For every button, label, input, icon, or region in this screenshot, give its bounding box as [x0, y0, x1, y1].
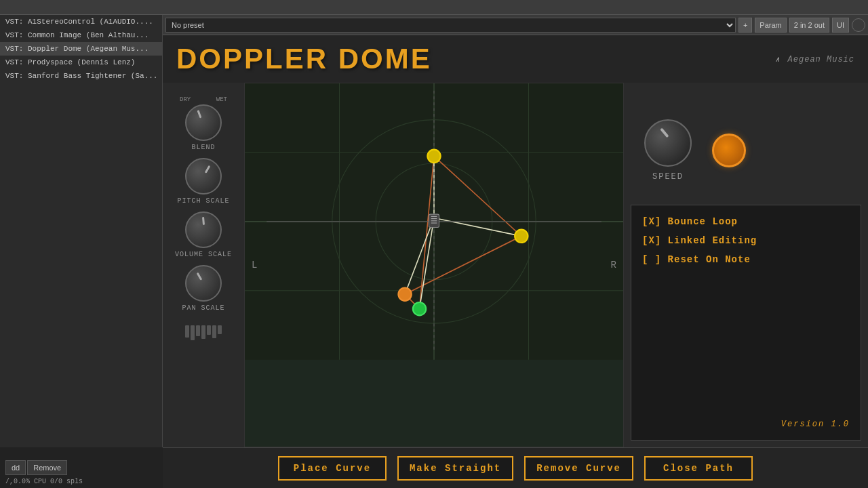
bottom-bar: Place Curve Make Straight Remove Curve C… [163, 447, 868, 488]
refresh-icon[interactable] [852, 18, 865, 32]
level-bars [185, 325, 222, 340]
sidebar-item-4[interactable]: VST: Sanford Bass Tightener (Sa... [0, 69, 162, 83]
option-linked-editing[interactable]: [X] Linked Editing [642, 235, 850, 246]
dry-label: DRY [180, 96, 191, 103]
sidebar-item-2[interactable]: VST: Doppler Dome (Aegean Mus... [0, 42, 162, 56]
svg-point-27 [515, 230, 528, 243]
blend-label: BLEND [191, 144, 215, 151]
version-text: Version 1.0 [781, 420, 850, 429]
knobs-panel: DRY WET BLEND PITCH SCALE VOLUME SCALE P… [163, 83, 244, 447]
option-bounce-loop[interactable]: [X] Bounce Loop [642, 216, 850, 227]
cpu-text: /,0.0% CPU 0/0 spls [5, 478, 157, 485]
plugin-area: DOPPLER DOME ∧ Aegean Music DRY WET BLEN… [163, 35, 868, 447]
svg-point-28 [398, 288, 411, 301]
pitch-label: PITCH SCALE [177, 197, 229, 205]
close-path-button[interactable]: Close Path [644, 456, 753, 481]
options-panel: [X] Bounce Loop [X] Linked Editing [ ] R… [631, 205, 861, 441]
sidebar-item-1[interactable]: VST: Common Image (Ben Althau... [0, 28, 162, 42]
canvas-label-l: L [252, 260, 257, 270]
param-button[interactable]: Param [755, 18, 786, 33]
svg-point-26 [427, 150, 440, 163]
preset-add-button[interactable]: + [738, 18, 752, 33]
make-straight-button[interactable]: Make Straight [397, 456, 513, 481]
speed-knob-wrap: SPEED [644, 119, 692, 182]
blend-group: DRY WET BLEND [180, 96, 227, 151]
sidebar-item-3[interactable]: VST: Prodyspace (Dennis Lenz) [0, 56, 162, 69]
status-bar: dd Remove /,0.0% CPU 0/0 spls [0, 447, 163, 488]
option-reset-on-note[interactable]: [ ] Reset On Note [642, 254, 850, 265]
sidebar-item-0[interactable]: VST: A1StereoControl (A1AUDIO.... [0, 15, 162, 28]
pitch-knob[interactable] [185, 158, 222, 195]
pan-label: PAN SCALE [182, 304, 224, 312]
ui-button[interactable]: UI [832, 18, 849, 33]
top-bar [0, 0, 868, 15]
blend-knob[interactable] [185, 104, 222, 141]
remove-button[interactable]: Remove [27, 460, 67, 475]
speed-area: SPEED [624, 96, 868, 205]
remove-curve-button[interactable]: Remove Curve [524, 456, 633, 481]
volume-knob[interactable] [185, 211, 222, 248]
brand-logo: ∧ Aegean Music [775, 53, 854, 65]
preset-select[interactable]: No preset [165, 18, 736, 33]
routing-button[interactable]: 2 in 2 out [789, 18, 829, 33]
pitch-group: PITCH SCALE [177, 158, 229, 205]
add-button[interactable]: dd [5, 460, 26, 475]
plugin-title: DOPPLER DOME [176, 43, 432, 75]
plugin-header: DOPPLER DOME ∧ Aegean Music [163, 35, 868, 83]
pan-group: PAN SCALE [182, 265, 224, 312]
sidebar: VST: A1StereoControl (A1AUDIO.... VST: C… [0, 15, 163, 488]
svg-point-29 [413, 302, 426, 315]
right-panel: SPEED [X] Bounce Loop [X] Linked Editing… [624, 83, 868, 447]
speed-knob[interactable] [644, 119, 692, 167]
orange-knob[interactable] [712, 134, 746, 167]
place-curve-button[interactable]: Place Curve [278, 456, 387, 481]
wet-label: WET [216, 96, 227, 103]
pan-knob[interactable] [185, 265, 222, 302]
orange-knob-wrap [712, 134, 746, 167]
add-remove-row: dd Remove [5, 460, 157, 475]
path-svg [245, 83, 623, 360]
preset-bar: No preset + Param 2 in 2 out UI [163, 15, 868, 35]
path-canvas[interactable]: L R [244, 83, 624, 447]
volume-group: VOLUME SCALE [175, 211, 232, 258]
canvas-label-r: R [611, 260, 616, 270]
volume-label: VOLUME SCALE [175, 251, 232, 258]
speed-label: SPEED [652, 172, 684, 182]
